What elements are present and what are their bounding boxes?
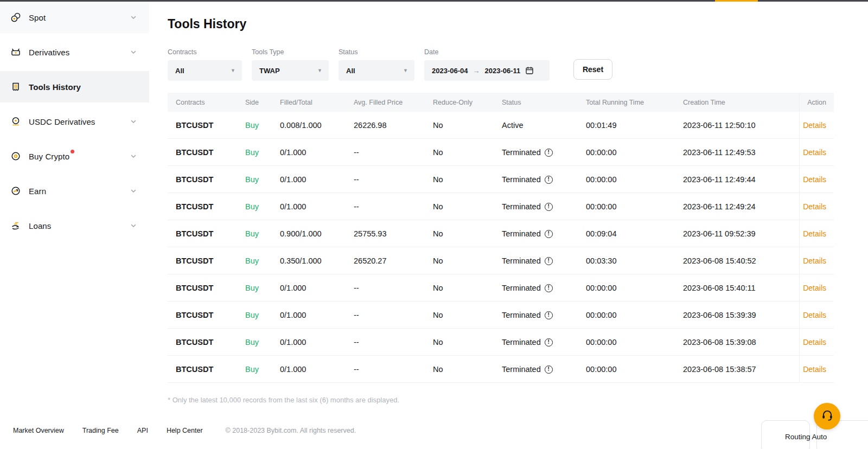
cell-side: Buy xyxy=(242,284,277,292)
sidebar-item-loans[interactable]: Loans xyxy=(0,210,149,241)
sidebar-item-label: Earn xyxy=(29,187,46,196)
cell-total-running-time: 00:01:49 xyxy=(583,121,680,130)
status-text: Terminated xyxy=(502,365,541,374)
date-filter: Date 2023-06-04 → 2023-06-11 xyxy=(424,48,550,81)
status-text: Terminated xyxy=(502,229,541,238)
status-text: Terminated xyxy=(502,256,541,265)
footer-link-trading-fee[interactable]: Trading Fee xyxy=(82,427,119,434)
details-link[interactable]: Details xyxy=(803,121,826,130)
chevron-down-icon xyxy=(130,152,137,160)
cell-total-running-time: 00:00:00 xyxy=(583,284,680,292)
cell-reduce-only: No xyxy=(430,148,499,157)
status-info-icon[interactable]: ! xyxy=(545,203,553,211)
buy-crypto-icon xyxy=(10,150,22,162)
footer-link-api[interactable]: API xyxy=(137,427,148,434)
details-link[interactable]: Details xyxy=(803,148,826,157)
details-link[interactable]: Details xyxy=(803,256,826,265)
details-link[interactable]: Details xyxy=(803,175,826,184)
tools-history-icon xyxy=(10,81,22,93)
sidebar-item-buy-crypto[interactable]: Buy Crypto xyxy=(0,140,149,172)
status-filter-label: Status xyxy=(339,48,414,56)
status-info-icon[interactable]: ! xyxy=(545,311,553,319)
chevron-down-icon xyxy=(130,48,137,56)
footer-link-help-center[interactable]: Help Center xyxy=(167,427,203,434)
chevron-down-icon xyxy=(130,187,137,195)
cell-status: Terminated ! xyxy=(499,284,583,292)
cell-reduce-only: No xyxy=(430,256,499,265)
cell-avg-filled-price: 26226.98 xyxy=(350,121,430,130)
cell-creation-time: 2023-06-11 12:49:24 xyxy=(680,202,799,211)
status-text: Terminated xyxy=(502,148,541,157)
cell-status: Active xyxy=(499,121,583,130)
cell-avg-filled-price: 25755.93 xyxy=(350,229,430,238)
cell-total-running-time: 00:00:00 xyxy=(583,148,680,157)
caret-down-icon: ▼ xyxy=(225,68,235,73)
sidebar: Spot Derivatives xyxy=(0,2,149,419)
status-text: Terminated xyxy=(502,338,541,347)
status-text: Terminated xyxy=(502,284,541,292)
status-info-icon[interactable]: ! xyxy=(545,176,553,184)
cell-reduce-only: No xyxy=(430,121,499,130)
cell-reduce-only: No xyxy=(430,311,499,319)
cell-status: Terminated ! xyxy=(499,175,583,184)
column-header-avg-filled-price: Avg. Filled Price xyxy=(350,99,430,106)
status-info-icon[interactable]: ! xyxy=(545,365,553,374)
cell-side: Buy xyxy=(242,175,277,184)
status-select[interactable]: All ▼ xyxy=(339,60,414,81)
contracts-filter-label: Contracts xyxy=(168,48,242,56)
details-link[interactable]: Details xyxy=(803,229,826,238)
reset-button[interactable]: Reset xyxy=(573,59,612,80)
status-info-icon[interactable]: ! xyxy=(545,284,553,292)
cell-creation-time: 2023-06-11 12:49:44 xyxy=(680,175,799,184)
cell-contracts: BTCUSDT xyxy=(168,256,242,265)
status-text: Terminated xyxy=(502,202,541,211)
footer: Market Overview Trading Fee API Help Cen… xyxy=(0,422,868,439)
cell-side: Buy xyxy=(242,229,277,238)
cell-status: Terminated ! xyxy=(499,229,583,238)
sidebar-item-tools-history[interactable]: Tools History xyxy=(0,71,149,102)
footer-link-market-overview[interactable]: Market Overview xyxy=(13,427,64,434)
status-info-icon[interactable]: ! xyxy=(545,338,553,347)
tools-type-select[interactable]: TWAP ▼ xyxy=(252,60,329,81)
caret-down-icon: ▼ xyxy=(398,68,408,73)
cell-filled-total: 0/1.000 xyxy=(277,284,350,292)
date-range-picker[interactable]: 2023-06-04 → 2023-06-11 xyxy=(424,60,550,81)
sidebar-item-derivatives[interactable]: Derivatives xyxy=(0,36,149,68)
cell-status: Terminated ! xyxy=(499,148,583,157)
sidebar-item-spot[interactable]: Spot xyxy=(0,2,149,33)
cell-creation-time: 2023-06-11 12:49:53 xyxy=(680,148,799,157)
headset-icon xyxy=(820,408,834,425)
cell-side: Buy xyxy=(242,365,277,374)
support-chat-button[interactable] xyxy=(814,403,840,429)
tools-type-filter: Tools Type TWAP ▼ xyxy=(252,48,329,81)
cell-total-running-time: 00:00:00 xyxy=(583,175,680,184)
details-link[interactable]: Details xyxy=(803,284,826,292)
sidebar-item-earn[interactable]: Earn xyxy=(0,175,149,207)
date-from-value: 2023-06-04 xyxy=(432,67,468,75)
main-content: Tools History Contracts All ▼ Tools Type… xyxy=(168,2,834,404)
table-row: BTCUSDT Buy 0/1.000 -- No Terminated ! 0… xyxy=(168,329,834,356)
status-text: Terminated xyxy=(502,175,541,184)
routing-auto-label: Routing Auto xyxy=(785,433,827,441)
cell-action: Details xyxy=(799,112,834,139)
details-link[interactable]: Details xyxy=(803,338,826,347)
cell-side: Buy xyxy=(242,148,277,157)
status-info-icon[interactable]: ! xyxy=(545,149,553,157)
cell-total-running-time: 00:09:04 xyxy=(583,229,680,238)
sidebar-item-usdc-derivatives[interactable]: USDC Derivatives xyxy=(0,106,149,137)
filters-bar: Contracts All ▼ Tools Type TWAP ▼ Status… xyxy=(168,48,834,81)
contracts-select[interactable]: All ▼ xyxy=(168,60,242,81)
details-link[interactable]: Details xyxy=(803,202,826,211)
column-header-status: Status xyxy=(499,99,583,106)
status-info-icon[interactable]: ! xyxy=(545,257,553,265)
details-link[interactable]: Details xyxy=(803,311,826,319)
cell-side: Buy xyxy=(242,121,277,130)
chevron-down-icon xyxy=(130,118,137,125)
cell-contracts: BTCUSDT xyxy=(168,284,242,292)
sidebar-item-label: Derivatives xyxy=(29,48,69,57)
notification-dot xyxy=(71,150,74,153)
details-link[interactable]: Details xyxy=(803,365,826,374)
cell-action: Details xyxy=(799,329,834,356)
status-info-icon[interactable]: ! xyxy=(545,230,553,238)
date-to-value: 2023-06-11 xyxy=(485,67,521,75)
